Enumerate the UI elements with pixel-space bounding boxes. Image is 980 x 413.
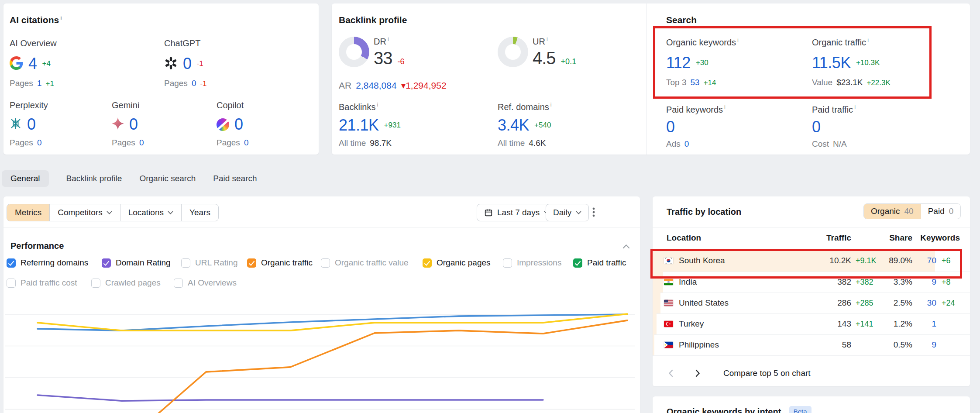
citations-value[interactable]: 0 <box>27 115 36 134</box>
keywords-by-intent-title: Organic keywords by intent <box>667 407 781 413</box>
dr-score: DRi 33 -6 <box>374 37 405 68</box>
paid-traffic-value[interactable]: 0 <box>812 118 821 136</box>
pages-value[interactable]: 0 <box>192 79 196 88</box>
beta-badge: Beta <box>789 406 812 413</box>
dashboard-page: AI citationsi AI Overview 4 +4 Pages 1 +… <box>0 0 980 413</box>
paid-keywords-metric: Paid keywordsi 0 Ads 0 <box>666 105 726 149</box>
table-pager: Compare top 5 on chart <box>663 364 811 382</box>
info-icon[interactable]: i <box>724 104 726 110</box>
down-arrow-icon: ▾ <box>401 80 406 90</box>
report-tabs: General Backlink profile Organic search … <box>2 170 257 187</box>
share-bar <box>653 272 663 293</box>
ur-score: URi 4.5 +0.1 <box>533 37 576 68</box>
keywords-link[interactable]: 30 <box>927 298 936 308</box>
tab-paid-search[interactable]: Paid search <box>213 174 257 183</box>
keywords-link[interactable]: 1 <box>932 319 936 329</box>
pages-value[interactable]: 0 <box>37 138 42 148</box>
pages-value[interactable]: 0 <box>139 138 144 148</box>
tab-backlink-profile[interactable]: Backlink profile <box>66 174 122 183</box>
keywords-link[interactable]: 9 <box>932 277 936 287</box>
citations-delta: -1 <box>197 59 203 68</box>
ur-value: 4.5 <box>533 48 556 68</box>
keywords-link[interactable]: 9 <box>932 340 936 350</box>
keywords-link[interactable]: 70 <box>927 256 936 265</box>
engine-label: Gemini <box>112 100 144 110</box>
pages-value[interactable]: 0 <box>244 138 249 148</box>
tab-organic-search[interactable]: Organic search <box>139 174 196 183</box>
organic-keywords-metric: Organic keywordsi 112 +30 Top 3 53 +14 <box>666 38 739 87</box>
performance-line-chart[interactable] <box>3 196 640 413</box>
info-icon[interactable]: i <box>550 101 552 108</box>
ar-value[interactable]: 2,848,084 <box>356 80 396 91</box>
engine-label: ChatGPT <box>164 38 207 48</box>
chevron-left-icon <box>668 369 673 377</box>
paid-traffic-metric: Paid traffici 0 Cost N/A <box>812 105 856 149</box>
ar-row: AR 2,848,084 ▾1,294,952 <box>339 80 447 91</box>
flag-turkey-icon <box>664 321 673 327</box>
share-bar <box>653 334 654 355</box>
tab-general[interactable]: General <box>2 170 49 187</box>
flag-india-icon <box>664 279 673 286</box>
ads-value[interactable]: 0 <box>684 139 689 149</box>
engine-perplexity: Perplexity 0 Pages 0 <box>10 100 48 148</box>
ai-citations-title: AI citationsi <box>10 15 62 25</box>
engine-label: Copilot <box>217 100 248 110</box>
citations-value[interactable]: 4 <box>28 55 37 73</box>
copilot-icon <box>217 118 229 131</box>
chevron-right-icon <box>695 369 700 377</box>
info-icon[interactable]: i <box>854 104 856 110</box>
citations-value[interactable]: 0 <box>183 55 192 73</box>
flag-philippines-icon <box>664 342 673 348</box>
table-row-india[interactable]: India 382 +382 3.3% 9 +8 <box>653 272 970 293</box>
backlink-profile-title: Backlink profile <box>339 15 407 25</box>
engine-label: Perplexity <box>10 100 48 110</box>
table-row-philippines[interactable]: Philippines 58 0.5% 9 <box>653 334 970 356</box>
column-traffic: Traffic <box>826 233 851 243</box>
backlink-search-card: Backlink profile DRi 33 -6 AR 2,848,084 … <box>332 3 970 155</box>
paid-keywords-value[interactable]: 0 <box>666 118 675 136</box>
backlinks-value[interactable]: 21.1K <box>339 116 379 134</box>
dr-value: 33 <box>374 48 392 68</box>
organic-keywords-value[interactable]: 112 <box>666 54 691 72</box>
info-icon[interactable]: i <box>867 37 869 43</box>
column-location: Location <box>667 233 701 243</box>
section-divider <box>646 3 646 155</box>
toggle-organic[interactable]: Organic 40 <box>864 204 921 219</box>
column-keywords: Keywords <box>920 233 960 243</box>
share-bar <box>653 293 660 313</box>
organic-traffic-value[interactable]: 11.5K <box>812 54 851 72</box>
pages-row: Pages 0 <box>112 138 144 148</box>
chatgpt-icon <box>164 56 178 72</box>
keywords-by-intent-card: Organic keywords by intent Beta <box>653 396 970 413</box>
info-icon[interactable]: i <box>377 101 378 108</box>
compare-top5-link[interactable]: Compare top 5 on chart <box>723 368 811 378</box>
table-row-south-korea[interactable]: South Korea 10.2K +9.1K 89.0% 70 +6 <box>653 250 970 272</box>
info-icon[interactable]: i <box>388 36 389 42</box>
engine-label: AI Overview <box>10 38 57 48</box>
ur-delta: +0.1 <box>561 57 577 66</box>
toggle-paid[interactable]: Paid 0 <box>921 204 961 219</box>
page-previous-button[interactable] <box>663 366 678 381</box>
citations-value[interactable]: 0 <box>234 115 243 134</box>
engine-gemini: Gemini 0 Pages 0 <box>112 100 144 148</box>
page-next-button[interactable] <box>690 366 705 381</box>
pages-value[interactable]: 1 <box>37 79 42 88</box>
engine-chatgpt: ChatGPT 0 -1 Pages 0 -1 <box>164 38 207 88</box>
top3-value[interactable]: 53 <box>690 78 699 87</box>
gemini-icon <box>112 117 124 131</box>
traffic-by-location-card: Traffic by location Organic 40 Paid 0 Lo… <box>653 196 970 386</box>
info-icon[interactable]: i <box>547 36 548 42</box>
citations-value[interactable]: 0 <box>129 115 138 134</box>
info-icon[interactable]: i <box>60 14 62 21</box>
table-row-united-states[interactable]: United States 286 +285 2.5% 30 +24 <box>653 293 970 314</box>
traffic-by-location-title: Traffic by location <box>667 207 741 217</box>
organic-paid-toggle: Organic 40 Paid 0 <box>863 203 961 219</box>
search-title: Search <box>666 15 697 25</box>
ref-domains-value[interactable]: 3.4K <box>498 116 529 134</box>
citations-delta: +4 <box>42 59 51 68</box>
column-share: Share <box>889 233 912 243</box>
dr-delta: -6 <box>398 57 405 66</box>
perplexity-icon <box>10 117 22 131</box>
table-row-turkey[interactable]: Turkey 143 +141 1.2% 1 <box>653 313 970 335</box>
info-icon[interactable]: i <box>737 37 739 43</box>
